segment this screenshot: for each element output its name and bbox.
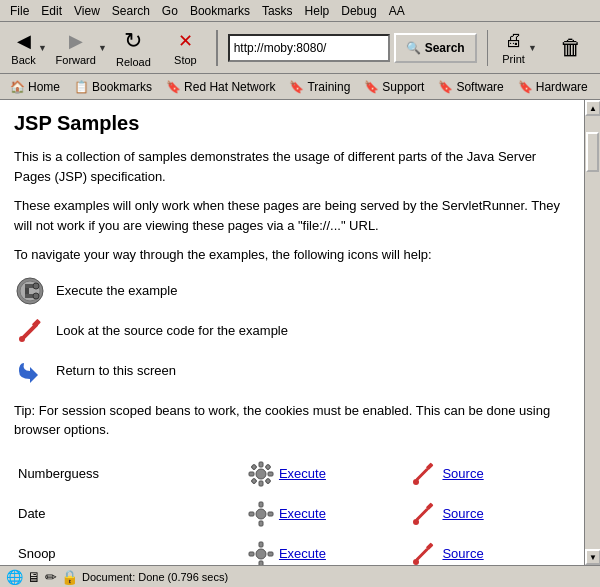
svg-rect-27 [416,507,429,520]
svg-rect-31 [259,542,263,547]
svg-rect-23 [259,502,263,507]
back-icon [17,30,31,52]
svg-rect-15 [251,464,257,470]
svg-rect-26 [268,512,273,516]
hardware-icon: 🔖 [518,80,533,94]
trash-button[interactable] [546,26,596,70]
sample-name-1: Date [14,494,243,534]
status-icon-4: 🔒 [61,569,78,585]
source-cell-2: Source [406,534,570,566]
search-go-button[interactable]: 🔍 Search [394,33,477,63]
magnifier-icon: 🔍 [406,41,421,55]
reload-icon [124,28,142,54]
svg-rect-33 [249,552,254,556]
menu-bookmarks[interactable]: Bookmarks [184,2,256,20]
svg-point-29 [413,519,419,525]
bookmarks-bar: 🏠 Home 📋 Bookmarks 🔖 Red Hat Network 🔖 T… [0,74,600,100]
svg-rect-19 [416,467,429,480]
svg-point-9 [19,336,25,342]
execute-cell-2: Execute [243,534,407,566]
bookmark-software[interactable]: 🔖 Software [432,78,509,96]
address-input[interactable] [228,34,390,62]
svg-point-30 [256,549,266,559]
menu-bar: File Edit View Search Go Bookmarks Tasks… [0,0,600,22]
source-cell-1: Source [406,494,570,534]
bookmark-bookmarks[interactable]: 📋 Bookmarks [68,78,158,96]
back-label: Back [11,54,35,66]
source-link-2[interactable]: Source [442,546,483,561]
scroll-down-arrow[interactable]: ▼ [585,549,600,565]
menu-view[interactable]: View [68,2,106,20]
content-area: JSP Samples This is a collection of samp… [0,100,584,565]
icon-source-label: Look at the source code for the example [56,323,288,338]
svg-rect-14 [268,472,273,476]
gear-icon-1 [247,500,275,528]
svg-point-22 [256,509,266,519]
bookmark-training[interactable]: 🔖 Training [283,78,356,96]
svg-rect-35 [416,547,429,560]
forward-button[interactable]: Forward ▼ [56,26,106,70]
training-icon: 🔖 [289,80,304,94]
bookmark-support-label: Support [382,80,424,94]
execute-cell-1: Execute [243,494,407,534]
icon-exec-label: Execute the example [56,283,177,298]
bookmark-hardware[interactable]: 🔖 Hardware [512,78,594,96]
page-desc-1: This is a collection of samples demonstr… [14,147,570,186]
print-icon [505,30,523,51]
menu-file[interactable]: File [4,2,35,20]
svg-rect-17 [251,478,257,484]
bookmark-support[interactable]: 🔖 Support [358,78,430,96]
source-link-1[interactable]: Source [442,506,483,521]
bookmark-training-label: Training [307,80,350,94]
wrench-icon-0 [410,460,438,488]
execute-link-2[interactable]: Execute [279,546,326,561]
scrollbar-thumb[interactable] [586,132,599,172]
svg-rect-12 [259,481,263,486]
table-row: Snoop [14,534,570,566]
print-button[interactable]: Print ▼ [494,26,544,70]
source-cell-0: Source [406,454,570,494]
wrench-icon-1 [410,500,438,528]
status-bar: 🌐 🖥 ✏ 🔒 Document: Done (0.796 secs) [0,565,600,587]
menu-debug[interactable]: Debug [335,2,382,20]
stop-label: Stop [174,54,197,66]
execute-link-1[interactable]: Execute [279,506,326,521]
reload-button[interactable]: Reload [108,26,158,70]
icon-return-desc: Return to this screen [14,355,570,387]
gear-icon-2 [247,540,275,566]
bookmark-home[interactable]: 🏠 Home [4,78,66,96]
home-icon: 🏠 [10,80,25,94]
execute-icon [14,275,46,307]
icon-return-label: Return to this screen [56,363,176,378]
sample-name-2: Snoop [14,534,243,566]
scroll-up-arrow[interactable]: ▲ [585,100,600,116]
page-desc-2: These examples will only work when these… [14,196,570,235]
bookmark-redhat[interactable]: 🔖 Red Hat Network [160,78,281,96]
print-dropdown-arrow[interactable]: ▼ [528,43,537,53]
bookmark-hardware-label: Hardware [536,80,588,94]
svg-rect-24 [259,521,263,526]
toolbar: Back ▼ Forward ▼ Reload Stop 🔍 Search [0,22,600,74]
menu-aa[interactable]: AA [383,2,411,20]
stop-button[interactable]: Stop [160,26,210,70]
back-dropdown-arrow[interactable]: ▼ [38,43,47,53]
status-icons: 🌐 🖥 ✏ 🔒 [6,569,78,585]
execute-link-0[interactable]: Execute [279,466,326,481]
execute-cell-0: Execute [243,454,407,494]
menu-edit[interactable]: Edit [35,2,68,20]
wrench-icon-2 [410,540,438,566]
page-desc-3: To navigate your way through the example… [14,245,570,265]
source-link-0[interactable]: Source [442,466,483,481]
menu-search[interactable]: Search [106,2,156,20]
forward-dropdown-arrow[interactable]: ▼ [98,43,107,53]
svg-rect-18 [265,478,271,484]
scrollbar[interactable]: ▲ ▼ [584,100,600,565]
back-button[interactable]: Back ▼ [4,26,54,70]
toolbar-separator-2 [487,30,488,66]
svg-point-5 [33,283,39,289]
menu-go[interactable]: Go [156,2,184,20]
menu-tasks[interactable]: Tasks [256,2,299,20]
menu-help[interactable]: Help [299,2,336,20]
content-wrapper: JSP Samples This is a collection of samp… [0,100,600,565]
support-icon: 🔖 [364,80,379,94]
